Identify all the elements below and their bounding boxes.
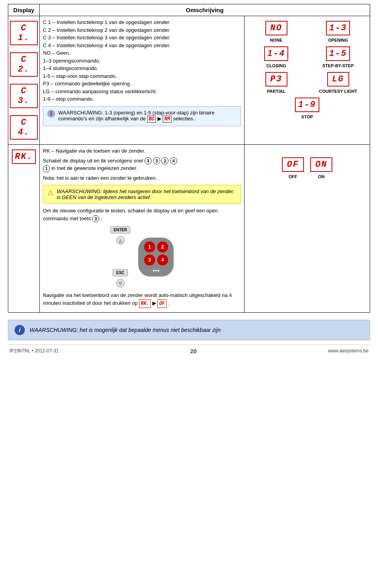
circled-2: 2	[161, 157, 169, 164]
test-line: Om de nieuwe configuratie te testen, sch…	[43, 207, 241, 222]
remote-btn-3[interactable]: 3	[144, 254, 155, 265]
rk-display-cell: RK.	[8, 145, 40, 313]
display-c1: C 1.	[10, 21, 38, 45]
left-displays-cell: C 1. C 2. C 3. C 4.	[8, 16, 40, 145]
remote-body: 1 2 3 4 ●●●	[138, 238, 174, 276]
nav-paragraph: Navigatie via het toetsenbord van de zen…	[43, 291, 241, 308]
right-lg-courtesy: LG COURTESY LIGHT	[309, 70, 367, 94]
line-lg: LG – commando aanpassing status verklikk…	[43, 88, 157, 94]
line-c2: C 2 – Instellen functieknop 2 van de opg…	[43, 27, 170, 33]
right-off: OF OFF	[282, 156, 304, 179]
line-p3: P3 – commando gedeeltelijke opening .	[43, 81, 133, 87]
rk-desc-cell: RK – Navigatie via de toetsen van de zen…	[40, 145, 245, 313]
line-19: 1-9 – stop commando.	[43, 96, 94, 102]
warning-icon: ⚠	[47, 188, 54, 197]
inline-bc: BC	[147, 116, 156, 123]
right-p3-partial: P3 PARTIAL	[247, 70, 306, 94]
remote-btn-2[interactable]: 2	[157, 241, 168, 253]
right-displays-cell: NO NONE 1-3 OPENING	[245, 16, 370, 145]
description-cell: C 1 – Instellen functieknop 1 van de opg…	[40, 16, 245, 145]
arrow-down[interactable]: ▽	[116, 279, 125, 288]
remote-area: ENTER △ ESC ▽	[43, 226, 241, 288]
bottom-warning-bar: i WAARSCHUWING: het is mogenlijk dat bep…	[8, 320, 370, 340]
remote-buttons: 1 2 3 4	[144, 241, 168, 265]
display-c2: C 2.	[10, 52, 38, 77]
nav-left: ENTER △ ESC ▽	[110, 226, 131, 288]
circled-3b: 3	[153, 157, 160, 164]
circled-1: 1	[43, 165, 50, 172]
line-c1: C 1 – Instellen functieknop 1 van de opg…	[43, 19, 170, 25]
desc-lines: C 1 – Instellen functieknop 1 van de opg…	[43, 18, 241, 103]
right-display-grid: NO NONE 1-3 OPENING	[247, 19, 367, 119]
right-14-closing: 1-4 CLOSING	[247, 45, 306, 68]
footer: IP1967NL • 2012-07-31 20 www.aesystems.b…	[8, 344, 370, 356]
remote-logo: ●●●	[152, 268, 159, 273]
rk-line1: RK – Navigatie via de toetsen van de zen…	[43, 147, 241, 155]
footer-right: www.aesystems.be	[328, 348, 369, 354]
bottom-info-icon: i	[15, 325, 25, 335]
bottom-warning-text: WAARSCHUWING: het is mogenlijk dat bepaa…	[30, 327, 220, 333]
right-no: NO NONE	[247, 19, 306, 42]
line-15: 1-5 – stap-voor-stap commando.	[43, 73, 117, 79]
remote-btn-4[interactable]: 4	[157, 254, 168, 265]
display-rk: RK.	[12, 149, 36, 164]
right-19-stop: 1-9 STOP	[247, 96, 367, 119]
right-on: ON ON	[310, 156, 332, 179]
info-box: i WAARSCHUWING: 1-3 (opening) en 1-5 (st…	[43, 106, 241, 126]
line-c4: C 4 – Instellen functieknop 4 van de opg…	[43, 42, 170, 48]
warning-box: ⚠ WAARSCHUWING: tijdens het navigeren do…	[43, 185, 241, 204]
header-display: Display	[8, 4, 40, 16]
rk-line4: Nota: het is aan te raden een zender te …	[43, 174, 241, 182]
circled-3a: 3	[145, 157, 152, 164]
inline-rk: RK.	[139, 299, 151, 308]
circled-4: 4	[170, 157, 177, 164]
esc-button[interactable]: ESC	[113, 269, 128, 276]
right-13-opening: 1-3 OPENING	[309, 19, 367, 42]
enter-button[interactable]: ENTER	[110, 226, 131, 234]
info-icon: i	[47, 110, 55, 118]
inline-of: OF	[158, 299, 166, 308]
rk-line2: Schakel de display uit en tik vervolgens…	[43, 157, 241, 172]
line-no: NO – Geen.	[43, 50, 70, 56]
line-c3: C 3 – Instellen functieknop 3 van de opg…	[43, 35, 170, 41]
test-circled-3: 3	[92, 215, 99, 222]
off-on-cell: OF OFF ON ON	[245, 145, 370, 313]
footer-center: 20	[190, 348, 197, 354]
display-c4: C 4.	[10, 115, 38, 140]
main-table: Display Omschrijving C 1. C 2.	[8, 4, 370, 313]
header-desc: Omschrijving	[40, 4, 370, 16]
remote-btn-1[interactable]: 1	[144, 241, 155, 253]
arrow-up[interactable]: △	[116, 236, 125, 245]
inline-rm: RM	[163, 116, 171, 123]
page-wrapper: Display Omschrijving C 1. C 2.	[0, 0, 378, 364]
warning-text: WAARSCHUWING: tijdens het navigeren door…	[57, 188, 237, 200]
info-text: WAARSCHUWING: 1-3 (opening) en 1-5 (stap…	[58, 110, 237, 123]
footer-left: IP1967NL • 2012-07-31	[9, 348, 59, 354]
line-14: 1–4 sluitingscommando.	[43, 65, 98, 71]
line-13: 1–3 openingscommando.	[43, 58, 100, 64]
display-c3: C 3.	[10, 84, 38, 108]
right-15-step: 1-5 STEP-BY-STEP	[309, 45, 367, 68]
